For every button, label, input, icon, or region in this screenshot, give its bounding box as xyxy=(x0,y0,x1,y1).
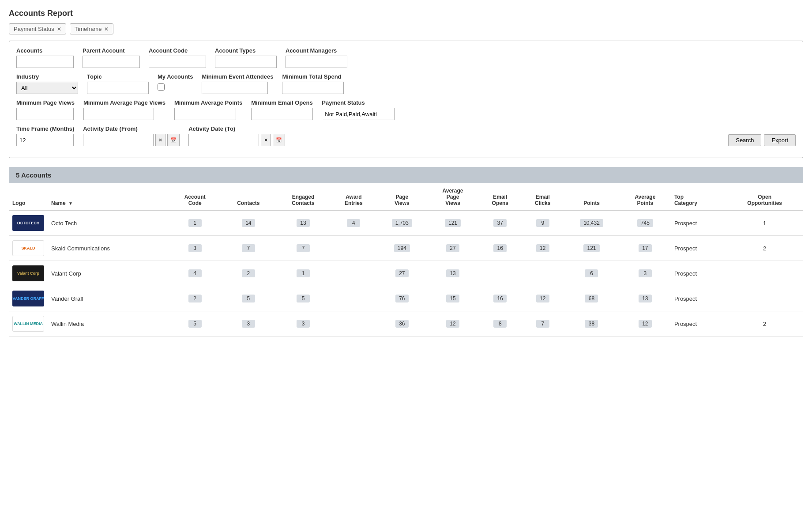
filter-time-frame-label: Time Frame (Months) xyxy=(16,125,74,132)
filter-min-avg-page-views-input[interactable] xyxy=(83,108,154,120)
filter-account-managers-label: Account Managers xyxy=(286,47,347,54)
export-button[interactable]: Export xyxy=(764,134,796,146)
cell-email-opens xyxy=(478,261,522,286)
cell-logo: WALLIN MEDIA xyxy=(9,311,48,337)
filter-min-email-opens-input[interactable] xyxy=(251,108,313,120)
account-logo: SKALD xyxy=(12,240,44,256)
cell-name: Skald Communications xyxy=(48,236,169,261)
filter-activity-date-from-calendar[interactable]: 📅 xyxy=(167,134,180,146)
cell-contacts: 5 xyxy=(221,286,276,311)
filter-account-managers-input[interactable] xyxy=(286,56,347,68)
filter-activity-date-to-calendar[interactable]: 📅 xyxy=(273,134,285,146)
cell-contacts: 14 xyxy=(221,210,276,236)
col-open-opportunities: OpenOpportunities xyxy=(726,183,803,210)
cell-award-entries xyxy=(331,261,377,286)
col-page-views: PageViews xyxy=(377,183,427,210)
cell-top-category: Prospect xyxy=(671,210,726,236)
cell-top-category: Prospect xyxy=(671,286,726,311)
filter-activity-date-from-clear[interactable]: ✕ xyxy=(155,134,165,146)
table-row[interactable]: Valant CorpValant Corp421271363Prospect xyxy=(9,261,803,286)
cell-contacts: 2 xyxy=(221,261,276,286)
filter-activity-date-to-clear[interactable]: ✕ xyxy=(261,134,271,146)
filter-activity-date-from-input[interactable] xyxy=(83,134,154,146)
table-row[interactable]: WALLIN MEDIAWallin Media5333612873812Pro… xyxy=(9,311,803,337)
col-logo: Logo xyxy=(9,183,48,210)
cell-email-opens: 37 xyxy=(478,210,522,236)
filter-activity-date-from-label: Activity Date (From) xyxy=(83,125,180,132)
filter-min-page-views-input[interactable] xyxy=(16,108,74,120)
filter-activity-date-from: Activity Date (From) ✕ 📅 xyxy=(83,125,180,146)
filter-min-event-attendees-input[interactable] xyxy=(202,82,268,94)
cell-name: Valant Corp xyxy=(48,261,169,286)
filter-time-frame: Time Frame (Months) xyxy=(16,125,74,146)
filter-min-avg-points-input[interactable] xyxy=(174,108,236,120)
filter-topic-label: Topic xyxy=(87,73,149,80)
cell-account-code: 3 xyxy=(169,236,221,261)
cell-open-opportunities: 2 xyxy=(726,311,803,337)
cell-open-opportunities: 1 xyxy=(726,210,803,236)
cell-page-views: 27 xyxy=(377,261,427,286)
cell-engaged-contacts: 7 xyxy=(276,236,331,261)
filter-tag-payment-status-remove[interactable]: ✕ xyxy=(57,26,61,32)
accounts-table: Logo Name ▼ AccountCode Contacts Engaged… xyxy=(9,183,803,337)
filter-min-total-spend-label: Minimum Total Spend xyxy=(282,73,344,80)
col-name[interactable]: Name ▼ xyxy=(48,183,169,210)
cell-email-clicks xyxy=(522,261,564,286)
col-points: Points xyxy=(564,183,620,210)
filter-activity-date-to-label: Activity Date (To) xyxy=(188,125,285,132)
filter-topic: Topic xyxy=(87,73,149,94)
filter-account-managers: Account Managers xyxy=(286,47,347,68)
filter-tag-timeframe-remove[interactable]: ✕ xyxy=(104,26,109,32)
cell-top-category: Prospect xyxy=(671,236,726,261)
filter-account-code-input[interactable] xyxy=(149,56,206,68)
filter-account-types-input[interactable] xyxy=(215,56,277,68)
cell-points: 10,432 xyxy=(564,210,620,236)
filter-time-frame-input[interactable] xyxy=(16,134,74,146)
table-row[interactable]: SKALDSkald Communications377194271612121… xyxy=(9,236,803,261)
filter-parent-account-input[interactable] xyxy=(83,56,140,68)
filter-activity-date-from-row: ✕ 📅 xyxy=(83,134,180,146)
search-button[interactable]: Search xyxy=(728,134,761,146)
cell-top-category: Prospect xyxy=(671,261,726,286)
filter-min-avg-page-views-label: Minimum Average Page Views xyxy=(83,99,165,106)
filter-min-total-spend-input[interactable] xyxy=(282,82,344,94)
filter-payment-status-label: Payment Status xyxy=(322,99,395,106)
filter-my-accounts-label: My Accounts xyxy=(158,73,193,80)
account-logo: WALLIN MEDIA xyxy=(12,316,44,332)
col-email-opens: EmailOpens xyxy=(478,183,522,210)
filter-parent-account-label: Parent Account xyxy=(83,47,140,54)
filter-account-code: Account Code xyxy=(149,47,206,68)
table-row[interactable]: OCTOTECHOcto Tech1141341,70312137910,432… xyxy=(9,210,803,236)
cell-engaged-contacts: 13 xyxy=(276,210,331,236)
col-top-category: TopCategory xyxy=(671,183,726,210)
cell-avg-page-views: 27 xyxy=(427,236,478,261)
col-avg-page-views: AveragePageViews xyxy=(427,183,478,210)
cell-avg-page-views: 15 xyxy=(427,286,478,311)
cell-award-entries: 4 xyxy=(331,210,377,236)
col-avg-points: AveragePoints xyxy=(620,183,671,210)
results-count: 5 Accounts xyxy=(9,167,803,183)
cell-points: 68 xyxy=(564,286,620,311)
filter-topic-input[interactable] xyxy=(87,82,149,94)
filter-my-accounts-checkbox[interactable] xyxy=(158,83,165,91)
col-email-clicks: EmailClicks xyxy=(522,183,564,210)
account-logo: VANDER GRAFF xyxy=(12,291,44,306)
filter-accounts-input[interactable] xyxy=(16,56,74,68)
filter-tag-payment-status[interactable]: Payment Status ✕ xyxy=(9,23,66,34)
filter-industry-select[interactable]: All xyxy=(16,82,78,94)
filter-min-event-attendees: Minimum Event Attendees xyxy=(202,73,273,94)
filter-activity-date-to-input[interactable] xyxy=(188,134,259,146)
filter-industry: Industry All xyxy=(16,73,78,94)
cell-page-views: 76 xyxy=(377,286,427,311)
cell-engaged-contacts: 3 xyxy=(276,311,331,337)
col-contacts: Contacts xyxy=(221,183,276,210)
filter-min-avg-page-views: Minimum Average Page Views xyxy=(83,99,165,120)
cell-logo: OCTOTECH xyxy=(9,210,48,236)
cell-page-views: 194 xyxy=(377,236,427,261)
filter-tag-timeframe[interactable]: Timeframe ✕ xyxy=(70,23,114,34)
filter-payment-status-input[interactable] xyxy=(322,108,395,120)
cell-avg-points: 745 xyxy=(620,210,671,236)
cell-email-clicks: 12 xyxy=(522,236,564,261)
filter-accounts-label: Accounts xyxy=(16,47,74,54)
table-row[interactable]: VANDER GRAFFVander Graff255761516126813P… xyxy=(9,286,803,311)
